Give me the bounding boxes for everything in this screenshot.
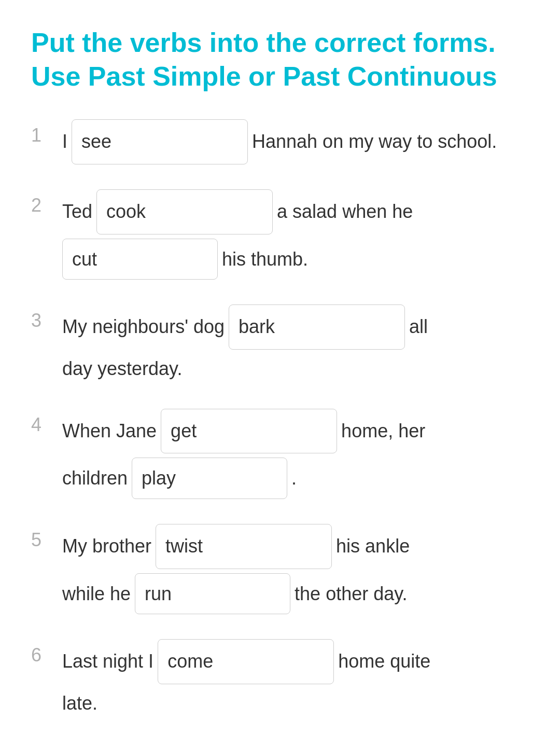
word: My neighbours' dog xyxy=(62,310,225,344)
page-title: Put the verbs into the correct forms. Us… xyxy=(31,26,529,93)
exercise-number-1: 1 xyxy=(31,119,62,146)
word: his thumb. xyxy=(222,244,308,274)
answer-input-2a[interactable]: cook xyxy=(96,189,273,234)
exercise-number-3: 3 xyxy=(31,305,62,331)
word: Last night I xyxy=(62,645,153,679)
sentence-5: My brother twist his ankle while he run … xyxy=(62,524,529,614)
answer-input-6[interactable]: come xyxy=(158,639,334,684)
word: day yesterday. xyxy=(62,354,182,384)
word: all xyxy=(409,310,428,344)
word: late. xyxy=(62,688,97,718)
answer-input-4b[interactable]: play xyxy=(132,458,287,499)
exercise-item-1: 1 I see Hannah on my way to school. xyxy=(31,119,529,164)
word: My brother xyxy=(62,530,151,563)
answer-input-2b[interactable]: cut xyxy=(62,239,218,280)
exercise-number-6: 6 xyxy=(31,639,62,666)
exercise-item-6: 6 Last night I come home quite late. xyxy=(31,639,529,718)
word: Hannah on my way to school. xyxy=(252,125,497,159)
word: home quite xyxy=(338,645,430,679)
word: children xyxy=(62,463,128,493)
word: his ankle xyxy=(336,530,410,563)
answer-input-1[interactable]: see xyxy=(72,119,248,164)
exercise-item-3: 3 My neighbours' dog bark all day yester… xyxy=(31,305,529,383)
exercise-number-4: 4 xyxy=(31,409,62,436)
answer-input-3[interactable]: bark xyxy=(229,305,405,350)
exercise-item-5: 5 My brother twist his ankle while he ru… xyxy=(31,524,529,614)
word: When Jane xyxy=(62,414,157,448)
word: Ted xyxy=(62,195,92,229)
exercise-item-2: 2 Ted cook a salad when he cut his thumb… xyxy=(31,189,529,280)
word: while he xyxy=(62,579,131,609)
exercise-item-4: 4 When Jane get home, her children play … xyxy=(31,409,529,499)
answer-input-5b[interactable]: run xyxy=(135,573,290,615)
exercise-number-2: 2 xyxy=(31,189,62,216)
exercise-number-5: 5 xyxy=(31,524,62,551)
sentence-6: Last night I come home quite late. xyxy=(62,639,529,718)
sentence-3: My neighbours' dog bark all day yesterda… xyxy=(62,305,529,383)
word: home, her xyxy=(341,414,425,448)
sentence-2: Ted cook a salad when he cut his thumb. xyxy=(62,189,529,280)
word: . xyxy=(291,463,297,493)
sentence-1: I see Hannah on my way to school. xyxy=(62,119,529,164)
answer-input-4a[interactable]: get xyxy=(161,409,337,454)
exercise-list: 1 I see Hannah on my way to school. 2 Te… xyxy=(31,119,529,718)
word: the other day. xyxy=(295,579,407,609)
word: a salad when he xyxy=(277,195,413,229)
answer-input-5a[interactable]: twist xyxy=(156,524,332,569)
sentence-4: When Jane get home, her children play . xyxy=(62,409,529,499)
word: I xyxy=(62,125,67,159)
